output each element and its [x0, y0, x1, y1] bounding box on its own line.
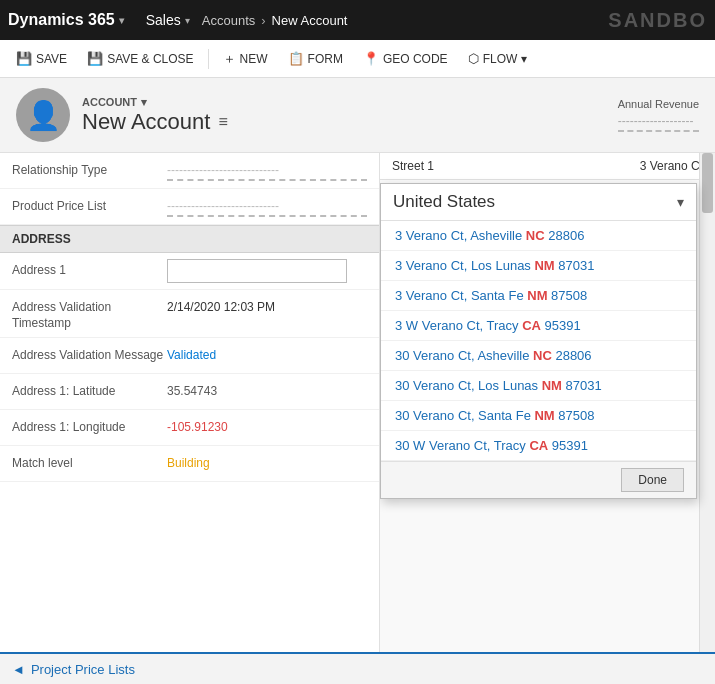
bottom-tab-label: Project Price Lists: [31, 662, 135, 677]
geo-code-label: GEO CODE: [383, 52, 448, 66]
flow-button[interactable]: ⬡ FLOW ▾: [460, 44, 536, 74]
top-nav: Dynamics 365 ▾ Sales ▾ Accounts › New Ac…: [0, 0, 715, 40]
new-button[interactable]: ＋ NEW: [215, 44, 276, 74]
nav-brand[interactable]: Dynamics 365 ▾: [8, 11, 134, 29]
save-button[interactable]: 💾 SAVE: [8, 44, 75, 74]
avatar: 👤: [16, 88, 70, 142]
address-latitude-row: Address 1: Latitude 35.54743: [0, 374, 379, 410]
relationship-type-value[interactable]: ----------------------------: [167, 159, 367, 181]
breadcrumb-current: New Account: [272, 13, 348, 28]
product-price-list-value[interactable]: ----------------------------: [167, 195, 367, 217]
address-latitude-label: Address 1: Latitude: [12, 380, 167, 400]
match-level-label: Match level: [12, 452, 167, 472]
bottom-spacer: [0, 482, 379, 522]
address1-row: Address 1: [0, 253, 379, 290]
account-menu-icon[interactable]: ≡: [218, 113, 227, 131]
account-info: ACCOUNT ▾ New Account ≡: [82, 96, 228, 135]
state-abbr: NM: [527, 288, 547, 303]
state-abbr: NC: [526, 228, 545, 243]
flow-icon: ⬡: [468, 51, 479, 66]
toolbar: 💾 SAVE 💾 SAVE & CLOSE ＋ NEW 📋 FORM 📍 GEO…: [0, 40, 715, 78]
save-close-label: SAVE & CLOSE: [107, 52, 193, 66]
street-value: 3 Verano Ct: [640, 159, 703, 173]
module-chevron: ▾: [185, 15, 190, 26]
bottom-tab-arrow: ◄: [12, 662, 25, 677]
breadcrumb: Accounts › New Account: [202, 13, 348, 28]
geocode-result-item[interactable]: 30 Verano Ct, Santa Fe NM 87508: [381, 401, 696, 431]
scrollbar-track[interactable]: [699, 153, 715, 684]
account-label-chevron[interactable]: ▾: [141, 96, 147, 109]
nav-module-sales[interactable]: Sales ▾: [134, 0, 202, 40]
match-level-row: Match level Building: [0, 446, 379, 482]
flow-label: FLOW: [483, 52, 518, 66]
save-icon: 💾: [16, 51, 32, 66]
geocode-result-item[interactable]: 3 Verano Ct, Santa Fe NM 87508: [381, 281, 696, 311]
state-abbr: NM: [534, 258, 554, 273]
state-abbr: CA: [529, 438, 548, 453]
separator-1: [208, 49, 209, 69]
brand-label: Dynamics 365: [8, 11, 115, 29]
product-price-list-label: Product Price List: [12, 195, 167, 215]
annual-revenue-label: Annual Revenue: [618, 98, 699, 110]
product-price-list-row: Product Price List ---------------------…: [0, 189, 379, 225]
address1-label: Address 1: [12, 259, 167, 279]
address-validation-timestamp-row: Address Validation Timestamp 2/14/2020 1…: [0, 290, 379, 338]
address1-input[interactable]: [167, 259, 347, 283]
geocode-result-item[interactable]: 30 Verano Ct, Asheville NC 28806: [381, 341, 696, 371]
country-select-row[interactable]: United States ▾: [381, 184, 696, 221]
save-close-button[interactable]: 💾 SAVE & CLOSE: [79, 44, 201, 74]
module-label: Sales: [146, 12, 181, 28]
geo-code-button[interactable]: 📍 GEO CODE: [355, 44, 456, 74]
breadcrumb-sep: ›: [261, 13, 265, 28]
bottom-tab[interactable]: ◄ Project Price Lists: [0, 652, 715, 684]
avatar-icon: 👤: [26, 99, 61, 132]
address-validation-message-value: Validated: [167, 344, 367, 362]
address-validation-timestamp-label: Address Validation Timestamp: [12, 296, 167, 331]
account-name: New Account ≡: [82, 109, 228, 135]
relationship-type-row: Relationship Type ----------------------…: [0, 153, 379, 189]
sandbox-badge: SANDBO: [608, 9, 707, 32]
street-header-row: Street 1 3 Verano Ct: [380, 153, 715, 180]
address-longitude-row: Address 1: Longitude -105.91230: [0, 410, 379, 446]
address-validation-timestamp-value: 2/14/2020 12:03 PM: [167, 296, 367, 314]
state-abbr: NM: [542, 378, 562, 393]
address-section-header: ADDRESS: [0, 225, 379, 253]
state-abbr: NM: [534, 408, 554, 423]
geocode-panel: United States ▾ 3 Verano Ct, Asheville N…: [380, 183, 697, 499]
address-longitude-label: Address 1: Longitude: [12, 416, 167, 436]
left-panel: Relationship Type ----------------------…: [0, 153, 380, 684]
state-abbr: NC: [533, 348, 552, 363]
relationship-type-label: Relationship Type: [12, 159, 167, 179]
street-label: Street 1: [392, 159, 434, 173]
geocode-result-list: 3 Verano Ct, Asheville NC 288063 Verano …: [381, 221, 696, 461]
geocode-result-item[interactable]: 3 Verano Ct, Los Lunas NM 87031: [381, 251, 696, 281]
account-label: ACCOUNT ▾: [82, 96, 228, 109]
breadcrumb-parent[interactable]: Accounts: [202, 13, 255, 28]
right-panel: Street 1 3 Verano Ct ----- ----- United …: [380, 153, 715, 684]
address-validation-message-row: Address Validation Message Validated: [0, 338, 379, 374]
brand-chevron: ▾: [119, 15, 124, 26]
geocode-result-item[interactable]: 30 W Verano Ct, Tracy CA 95391: [381, 431, 696, 461]
address1-input-wrapper: [167, 259, 347, 283]
geocode-done-row: Done: [381, 461, 696, 498]
address-longitude-value: -105.91230: [167, 416, 367, 434]
geo-code-icon: 📍: [363, 51, 379, 66]
form-label: FORM: [308, 52, 343, 66]
geocode-result-item[interactable]: 3 Verano Ct, Asheville NC 28806: [381, 221, 696, 251]
annual-revenue-section: Annual Revenue -------------------: [618, 98, 699, 132]
country-select-label: United States: [393, 192, 495, 212]
address-validation-message-label: Address Validation Message: [12, 344, 167, 364]
new-icon: ＋: [223, 50, 236, 68]
annual-revenue-value: -------------------: [618, 114, 699, 132]
country-chevron: ▾: [677, 194, 684, 210]
main-area: Relationship Type ----------------------…: [0, 153, 715, 684]
new-label: NEW: [240, 52, 268, 66]
done-button[interactable]: Done: [621, 468, 684, 492]
scrollbar-thumb: [702, 153, 713, 213]
account-header: 👤 ACCOUNT ▾ New Account ≡ Annual Revenue…: [0, 78, 715, 153]
match-level-value: Building: [167, 452, 367, 470]
flow-chevron: ▾: [521, 52, 527, 66]
form-button[interactable]: 📋 FORM: [280, 44, 351, 74]
geocode-result-item[interactable]: 3 W Verano Ct, Tracy CA 95391: [381, 311, 696, 341]
geocode-result-item[interactable]: 30 Verano Ct, Los Lunas NM 87031: [381, 371, 696, 401]
